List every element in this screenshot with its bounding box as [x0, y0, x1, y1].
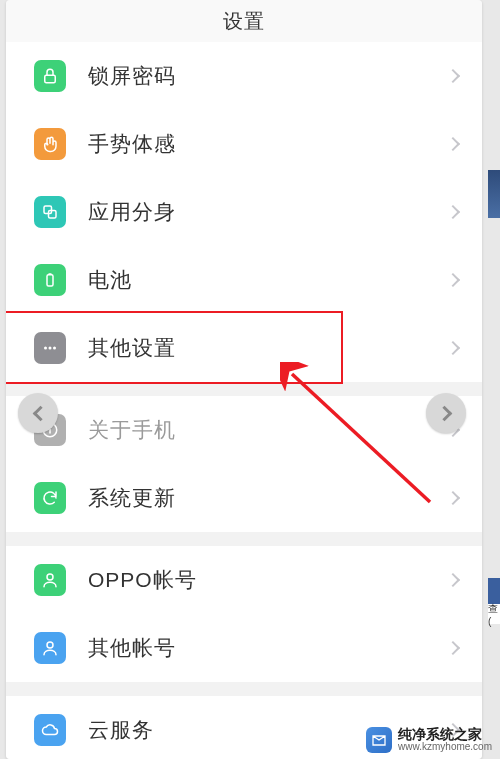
settings-row-other-account[interactable]: 其他帐号	[6, 614, 482, 682]
row-label: 手势体感	[88, 130, 448, 158]
row-label: 电池	[88, 266, 448, 294]
row-label: 其他设置	[88, 334, 448, 362]
row-label: 应用分身	[88, 198, 448, 226]
settings-row-lockscreen[interactable]: 锁屏密码	[6, 42, 482, 110]
cloud-icon	[34, 714, 66, 746]
watermark-name: 纯净系统之家	[398, 727, 492, 742]
svg-point-10	[47, 642, 53, 648]
chevron-right-icon	[446, 341, 460, 355]
settings-row-battery[interactable]: 电池	[6, 246, 482, 314]
chevron-left-icon	[32, 405, 48, 421]
settings-screen: 设置 锁屏密码手势体感应用分身电池其他设置关于手机系统更新OPPO帐号其他帐号云…	[6, 0, 482, 759]
svg-rect-4	[49, 273, 52, 275]
settings-row-other[interactable]: 其他设置	[6, 314, 482, 382]
svg-rect-0	[45, 75, 56, 83]
carousel-prev-button[interactable]	[18, 393, 58, 433]
row-label: 锁屏密码	[88, 62, 448, 90]
settings-row-gesture[interactable]: 手势体感	[6, 110, 482, 178]
update-icon	[34, 482, 66, 514]
chevron-right-icon	[436, 405, 452, 421]
lock-icon	[34, 60, 66, 92]
chevron-right-icon	[446, 205, 460, 219]
settings-row-update[interactable]: 系统更新	[6, 464, 482, 532]
settings-list: 锁屏密码手势体感应用分身电池其他设置关于手机系统更新OPPO帐号其他帐号云服务	[6, 42, 482, 759]
watermark: 纯净系统之家 www.kzmyhome.com	[366, 727, 492, 753]
row-label: 关于手机	[88, 416, 448, 444]
settings-group: OPPO帐号其他帐号	[6, 546, 482, 682]
row-label: 其他帐号	[88, 634, 448, 662]
oppo-account-icon	[34, 564, 66, 596]
appclone-icon	[34, 196, 66, 228]
background-tag: 查(	[488, 604, 500, 624]
chevron-right-icon	[446, 491, 460, 505]
page-title: 设置	[223, 8, 265, 35]
carousel-next-button[interactable]	[426, 393, 466, 433]
chevron-right-icon	[446, 273, 460, 287]
svg-rect-3	[47, 275, 53, 286]
watermark-url: www.kzmyhome.com	[398, 742, 492, 753]
row-label: OPPO帐号	[88, 566, 448, 594]
chevron-right-icon	[446, 573, 460, 587]
header: 设置	[6, 0, 482, 42]
settings-row-oppo[interactable]: OPPO帐号	[6, 546, 482, 614]
chevron-right-icon	[446, 69, 460, 83]
other-icon	[34, 332, 66, 364]
battery-icon	[34, 264, 66, 296]
row-label: 系统更新	[88, 484, 448, 512]
chevron-right-icon	[446, 641, 460, 655]
svg-point-6	[49, 347, 52, 350]
svg-point-9	[47, 574, 53, 580]
settings-row-about[interactable]: 关于手机	[6, 396, 482, 464]
gesture-icon	[34, 128, 66, 160]
svg-point-5	[44, 347, 47, 350]
settings-group: 关于手机系统更新	[6, 396, 482, 532]
svg-point-7	[53, 347, 56, 350]
background-decoration	[488, 170, 500, 218]
settings-group: 锁屏密码手势体感应用分身电池其他设置	[6, 42, 482, 382]
other-account-icon	[34, 632, 66, 664]
settings-row-appclone[interactable]: 应用分身	[6, 178, 482, 246]
background-decoration	[488, 578, 500, 604]
watermark-logo-icon	[366, 727, 392, 753]
chevron-right-icon	[446, 137, 460, 151]
